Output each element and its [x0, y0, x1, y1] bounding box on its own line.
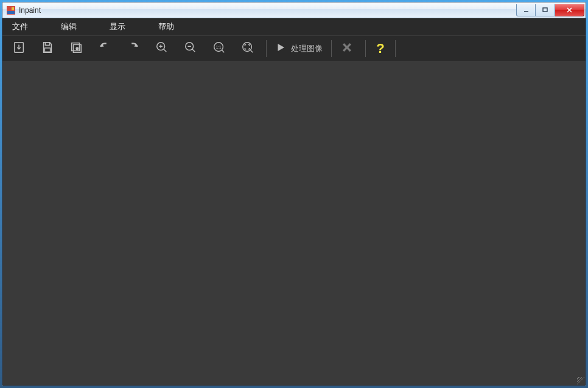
- zoom-fit-icon: [241, 41, 254, 57]
- svg-rect-4: [543, 8, 547, 12]
- zoom-out-button[interactable]: [178, 36, 203, 61]
- undo-icon: [98, 41, 111, 57]
- toolbar-divider: [395, 40, 396, 57]
- svg-line-15: [164, 49, 167, 52]
- open-button[interactable]: [6, 36, 32, 61]
- svg-marker-26: [278, 44, 285, 51]
- process-button[interactable]: 处理图像: [269, 42, 329, 55]
- menu-edit[interactable]: 编辑: [57, 19, 80, 35]
- zoom-fit-button[interactable]: [235, 36, 261, 61]
- toolbar-divider: [331, 40, 332, 57]
- save-icon: [41, 41, 54, 57]
- zoom-in-button[interactable]: [149, 36, 175, 61]
- svg-rect-2: [12, 7, 14, 10]
- zoom-out-icon: [184, 41, 197, 57]
- menu-file[interactable]: 文件: [9, 19, 32, 35]
- svg-point-13: [76, 47, 79, 50]
- window-controls: [516, 4, 586, 16]
- zoom-actual-icon: 1:1: [212, 41, 226, 57]
- batch-button[interactable]: [63, 36, 89, 61]
- title-bar: Inpaint: [2, 2, 586, 18]
- save-button[interactable]: [35, 36, 60, 61]
- menu-view[interactable]: 显示: [106, 19, 129, 35]
- svg-line-23: [222, 50, 225, 52]
- toolbar-divider: [365, 40, 366, 57]
- toolbar: 1:1 处理图像 ?: [2, 35, 586, 61]
- menu-bar: 文件 编辑 显示 帮助: [2, 18, 586, 35]
- svg-text:1:1: 1:1: [216, 44, 222, 49]
- zoom-actual-button[interactable]: 1:1: [206, 36, 232, 61]
- svg-line-19: [192, 49, 195, 52]
- close-icon: [341, 41, 353, 56]
- app-window: Inpaint 文件 编辑 显示 帮助: [2, 2, 586, 386]
- open-icon: [12, 41, 26, 57]
- toolbar-divider: [266, 40, 267, 57]
- svg-line-25: [251, 50, 253, 52]
- menu-help[interactable]: 帮助: [155, 19, 178, 35]
- batch-icon: [69, 41, 83, 57]
- undo-button[interactable]: [92, 36, 117, 61]
- zoom-in-icon: [155, 41, 169, 57]
- svg-rect-9: [45, 42, 49, 45]
- canvas-area[interactable]: [2, 61, 586, 386]
- help-button[interactable]: ?: [368, 41, 393, 57]
- window-title: Inpaint: [19, 6, 41, 15]
- redo-button[interactable]: [121, 36, 146, 61]
- help-icon: ?: [376, 41, 384, 57]
- process-label: 处理图像: [291, 43, 323, 54]
- play-icon: [275, 42, 286, 55]
- redo-icon: [127, 41, 140, 57]
- close-button[interactable]: [555, 4, 584, 16]
- minimize-button[interactable]: [516, 4, 536, 16]
- svg-rect-1: [7, 11, 15, 14]
- maximize-button[interactable]: [536, 4, 555, 16]
- cancel-button[interactable]: [334, 36, 360, 61]
- app-icon: [6, 5, 16, 15]
- svg-rect-10: [44, 47, 50, 51]
- svg-point-24: [243, 42, 252, 51]
